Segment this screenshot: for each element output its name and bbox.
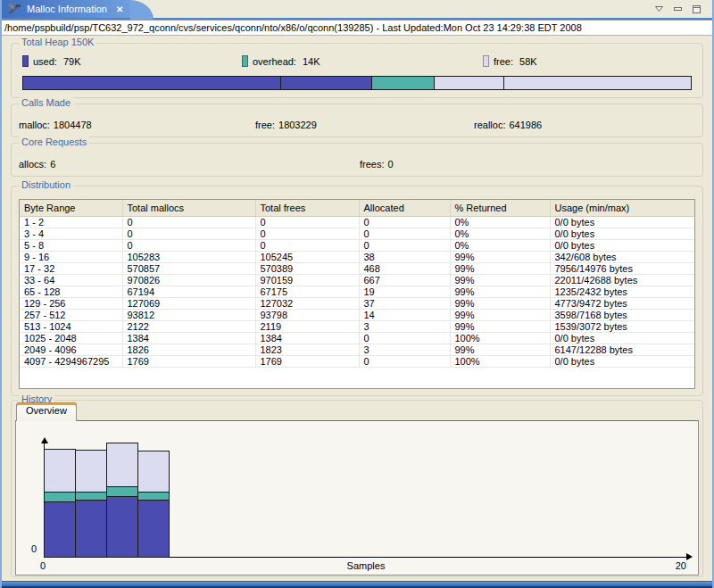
- table-cell: 3: [359, 320, 450, 332]
- table-cell: 1823: [255, 344, 359, 355]
- distribution-table: Byte RangeTotal mallocsTotal freesAlloca…: [19, 199, 695, 389]
- table-cell: 570857: [122, 262, 255, 274]
- table-cell: 67194: [122, 286, 255, 297]
- column-header[interactable]: Allocated: [359, 200, 450, 216]
- legend-free-value: 58K: [519, 56, 537, 67]
- history-bar-free: [44, 449, 76, 493]
- table-cell: 19: [359, 286, 450, 297]
- table-cell: 38: [359, 251, 450, 262]
- total-heap-label: Total Heap 150K: [19, 37, 96, 47]
- column-header[interactable]: % Returned: [450, 200, 550, 216]
- heap-segment-free-band-2: [504, 77, 691, 89]
- table-row[interactable]: 129 - 2561270691270323799%4773/9472 byte…: [20, 297, 694, 309]
- table-cell: 1826: [122, 344, 255, 355]
- table-row[interactable]: 257 - 51293812937981499%3598/7168 bytes: [20, 309, 694, 320]
- history-bar-overhead: [106, 486, 138, 497]
- used-swatch: [22, 55, 29, 67]
- table-cell: 7956/14976 bytes: [550, 262, 694, 274]
- table-row[interactable]: 5 - 80000%0/0 bytes: [20, 239, 694, 251]
- maximize-icon[interactable]: [691, 4, 702, 14]
- view-menu-icon[interactable]: [653, 4, 664, 14]
- table-row[interactable]: 2049 - 409618261823399%6147/12288 bytes: [20, 344, 694, 355]
- tab-curve: [130, 0, 154, 20]
- tab-overview[interactable]: Overview: [16, 402, 77, 421]
- free-swatch: [483, 55, 489, 67]
- column-header[interactable]: Total mallocs: [122, 200, 255, 216]
- history-bar-free: [106, 443, 138, 487]
- history-bar-free: [75, 450, 107, 493]
- table-cell: 14: [359, 309, 450, 320]
- legend-used-label: used:: [33, 56, 57, 67]
- table-cell: 0/0 bytes: [550, 216, 694, 228]
- table-cell: 37: [359, 297, 450, 309]
- core-requests-group: Core Requests allocs:6 frees:0: [11, 143, 703, 177]
- calls-made-group: Calls Made malloc:1804478 free:1803229 r…: [11, 104, 703, 137]
- minimize-icon[interactable]: [672, 4, 683, 14]
- malloc-information-view: Malloc Information ✕ /home/pspbuild/psp/…: [0, 0, 714, 588]
- table-cell: 0: [255, 239, 359, 251]
- table-cell: 1235/2432 bytes: [550, 286, 694, 297]
- table-cell: 0/0 bytes: [550, 355, 694, 367]
- table-cell: 0: [359, 332, 450, 344]
- table-cell: 99%: [450, 286, 550, 297]
- y-axis-origin-label: 0: [31, 543, 37, 554]
- table-cell: 99%: [450, 297, 550, 309]
- window-bottom-border: [2, 581, 712, 588]
- close-icon[interactable]: ✕: [112, 4, 127, 14]
- table-row[interactable]: 9 - 161052831052453899%342/608 bytes: [20, 251, 694, 262]
- table-cell: 1539/3072 bytes: [550, 320, 694, 332]
- column-header[interactable]: Usage (min/max): [550, 200, 694, 216]
- history-group: History Overview 0 0 Samples 20: [11, 400, 703, 577]
- table-cell: 0: [122, 239, 255, 251]
- view-toolbar: [653, 0, 712, 18]
- table-row[interactable]: 17 - 3257085757038946899%7956/14976 byte…: [20, 262, 694, 274]
- calls-made-label: Calls Made: [19, 97, 73, 108]
- stat-allocs: allocs:6: [19, 159, 55, 170]
- stat-realloc: realloc:641986: [474, 120, 542, 130]
- table-cell: 1 - 2: [20, 216, 122, 228]
- table-cell: 99%: [450, 344, 550, 355]
- column-header[interactable]: Total frees: [255, 200, 359, 216]
- table-cell: 2122: [122, 320, 255, 332]
- x-axis-end-label: 20: [676, 560, 686, 571]
- core-requests-label: Core Requests: [19, 137, 89, 147]
- table-cell: 65 - 128: [20, 286, 122, 297]
- table-cell: 1025 - 2048: [20, 332, 122, 344]
- table-cell: 99%: [450, 320, 550, 332]
- table-cell: 5 - 8: [20, 239, 122, 251]
- table-row[interactable]: 33 - 6497082697015966799%22011/42688 byt…: [20, 274, 694, 286]
- table-cell: 513 - 1024: [20, 320, 122, 332]
- distribution-label: Distribution: [19, 179, 73, 190]
- table-row[interactable]: 4097 - 4294967295176917690100%0/0 bytes: [20, 355, 694, 367]
- table-cell: 4773/9472 bytes: [550, 297, 694, 309]
- table-cell: 3: [359, 344, 450, 355]
- distribution-group: Distribution Byte RangeTotal mallocsTota…: [11, 186, 703, 396]
- table-cell: 6147/12288 bytes: [550, 344, 694, 355]
- table-row[interactable]: 1025 - 2048138413840100%0/0 bytes: [20, 332, 694, 344]
- table-cell: 0%: [450, 228, 550, 239]
- table-cell: 93812: [122, 309, 255, 320]
- table-cell: 0/0 bytes: [550, 332, 694, 344]
- history-bar-used: [75, 500, 107, 558]
- total-heap-group: Total Heap 150K used: 79K overhead: 14K …: [11, 43, 703, 98]
- tab-malloc-information[interactable]: Malloc Information ✕: [2, 0, 130, 18]
- table-row[interactable]: 65 - 12867194671751999%1235/2432 bytes: [20, 286, 694, 297]
- table-cell: 970826: [122, 274, 255, 286]
- history-chart-panel: 0 0 Samples 20: [15, 420, 699, 576]
- table-cell: 0: [359, 239, 450, 251]
- heap-usage-bar: [22, 76, 692, 90]
- malloc-tools-icon: [8, 3, 21, 15]
- distribution-header-row: Byte RangeTotal mallocsTotal freesAlloca…: [20, 200, 694, 216]
- table-row[interactable]: 513 - 102421222119399%1539/3072 bytes: [20, 320, 694, 332]
- column-header[interactable]: Byte Range: [20, 200, 122, 216]
- table-cell: 22011/42688 bytes: [550, 274, 694, 286]
- table-row[interactable]: 1 - 20000%0/0 bytes: [20, 216, 694, 228]
- history-bar-overhead: [44, 492, 76, 502]
- legend-overhead-value: 14K: [303, 56, 320, 67]
- stat-free: free:1803229: [255, 120, 317, 130]
- table-cell: 970159: [255, 274, 359, 286]
- table-cell: 3598/7168 bytes: [550, 309, 694, 320]
- stat-malloc: malloc:1804478: [19, 120, 92, 130]
- table-row[interactable]: 3 - 40000%0/0 bytes: [20, 228, 694, 239]
- table-cell: 99%: [450, 251, 550, 262]
